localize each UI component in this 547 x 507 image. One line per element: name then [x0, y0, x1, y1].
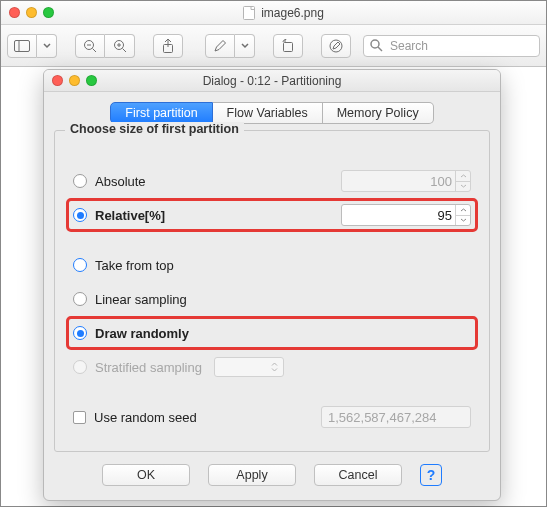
fieldset-title: Choose size of first partition: [65, 122, 244, 136]
markup-dropdown-button[interactable]: [235, 34, 255, 58]
cancel-button[interactable]: Cancel: [314, 464, 402, 486]
stratified-radio: [73, 360, 87, 374]
dialog-title: Dialog - 0:12 - Partitioning: [44, 74, 500, 88]
chevron-updown-icon: [270, 362, 279, 372]
partitioning-dialog: Dialog - 0:12 - Partitioning First parti…: [43, 69, 501, 501]
relative-input[interactable]: 95: [341, 204, 471, 226]
svg-rect-11: [284, 42, 293, 51]
svg-line-7: [122, 48, 126, 52]
absolute-radio[interactable]: [73, 174, 87, 188]
absolute-label: Absolute: [95, 174, 146, 189]
document-icon: [243, 6, 255, 20]
linear-row: Linear sampling: [73, 285, 471, 313]
markup-button[interactable]: [205, 34, 235, 58]
random-row: Draw randomly: [69, 319, 475, 347]
stratified-label: Stratified sampling: [95, 360, 202, 375]
absolute-stepper[interactable]: [455, 171, 470, 191]
svg-line-14: [378, 47, 382, 51]
rotate-button[interactable]: [273, 34, 303, 58]
tab-flow-variables[interactable]: Flow Variables: [213, 102, 323, 124]
partition-size-fieldset: Choose size of first partition Absolute …: [54, 130, 490, 452]
svg-point-13: [371, 40, 379, 48]
take-top-radio[interactable]: [73, 258, 87, 272]
linear-label: Linear sampling: [95, 292, 187, 307]
random-radio[interactable]: [73, 326, 87, 340]
tab-memory-policy[interactable]: Memory Policy: [323, 102, 434, 124]
absolute-row: Absolute 100: [73, 167, 471, 195]
relative-stepper[interactable]: [455, 205, 470, 225]
dialog-tabs: First partition Flow Variables Memory Po…: [54, 102, 490, 124]
help-button[interactable]: ?: [420, 464, 442, 486]
relative-row: Relative[%] 95: [69, 201, 475, 229]
svg-rect-1: [15, 40, 30, 51]
random-label: Draw randomly: [95, 326, 189, 341]
dialog-button-bar: OK Apply Cancel ?: [54, 464, 490, 486]
edit-button[interactable]: [321, 34, 351, 58]
seed-row: Use random seed 1,562,587,467,284: [73, 403, 471, 431]
seed-checkbox[interactable]: [73, 411, 86, 424]
absolute-input[interactable]: 100: [341, 170, 471, 192]
search-input[interactable]: [363, 35, 540, 57]
seed-input[interactable]: 1,562,587,467,284: [321, 406, 471, 428]
seed-label: Use random seed: [94, 410, 197, 425]
zoom-in-button[interactable]: [105, 34, 135, 58]
svg-line-4: [93, 48, 97, 52]
sidebar-toggle-button[interactable]: [7, 34, 37, 58]
linear-radio[interactable]: [73, 292, 87, 306]
share-button[interactable]: [153, 34, 183, 58]
zoom-out-button[interactable]: [75, 34, 105, 58]
toolbar: [1, 25, 546, 67]
dialog-titlebar: Dialog - 0:12 - Partitioning: [44, 70, 500, 92]
svg-point-12: [330, 40, 342, 52]
titlebar: image6.png: [1, 1, 546, 25]
preview-window: image6.png: [0, 0, 547, 507]
svg-rect-0: [244, 6, 255, 19]
apply-button[interactable]: Apply: [208, 464, 296, 486]
stratified-row: Stratified sampling: [73, 353, 471, 381]
view-dropdown-button[interactable]: [37, 34, 57, 58]
tab-first-partition[interactable]: First partition: [110, 102, 212, 124]
search-icon: [369, 38, 383, 55]
ok-button[interactable]: OK: [102, 464, 190, 486]
relative-label: Relative[%]: [95, 208, 165, 223]
workspace: Dialog - 0:12 - Partitioning First parti…: [1, 69, 546, 506]
take-top-label: Take from top: [95, 258, 174, 273]
close-icon[interactable]: [9, 7, 20, 18]
stratified-column-select: [214, 357, 284, 377]
window-title: image6.png: [261, 6, 324, 20]
take-from-top-row: Take from top: [73, 251, 471, 279]
relative-radio[interactable]: [73, 208, 87, 222]
